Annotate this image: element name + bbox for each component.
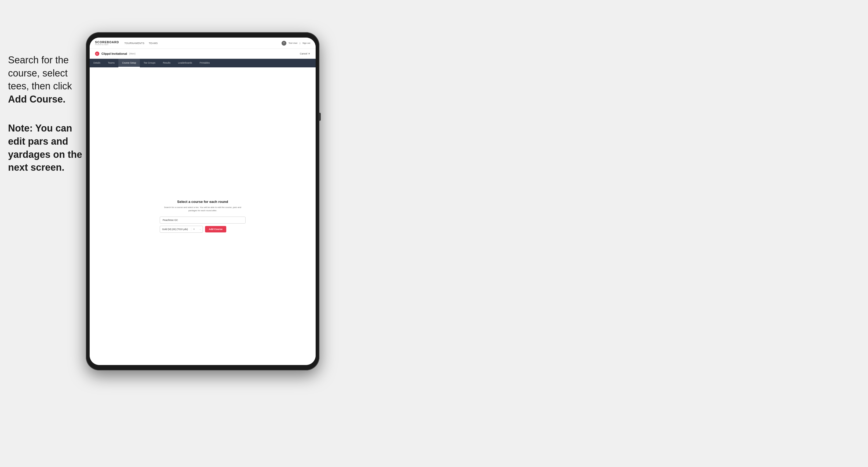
tee-select-row: Gold (M) (M) (7010 yds) ✕ ⌄ Add Course [160,226,246,233]
card-title: Select a course for each round [160,200,246,204]
top-nav: SCOREBOARD Powered by clippd TOURNAMENTS… [90,38,316,49]
tablet-outer: SCOREBOARD Powered by clippd TOURNAMENTS… [86,32,319,370]
instruction-note: Note: You can edit pars and yardages on … [8,123,82,173]
tournament-gender: (Men) [129,52,135,55]
tournament-title-area: C Clippd Invitational (Men) [95,52,135,56]
top-nav-left: SCOREBOARD Powered by clippd TOURNAMENTS… [95,41,158,45]
cancel-label: Cancel [300,52,307,55]
tee-controls: Gold (M) (M) (7010 yds) ✕ ⌄ [160,226,203,233]
tournament-header: C Clippd Invitational (Men) Cancel ✕ [90,49,316,59]
main-content: Select a course for each round Search fo… [90,67,316,365]
instruction-text-line1: Search for the course, select tees, then… [8,55,72,92]
tab-tee-groups[interactable]: Tee Groups [140,59,159,67]
tee-value-display: Gold (M) (M) (7010 yds) [160,226,190,232]
tee-clear-button[interactable]: ✕ [191,228,197,230]
instruction-panel: Search for the course, select tees, then… [8,54,86,174]
tablet-side-button [318,113,321,121]
tab-course-setup[interactable]: Course Setup [118,59,140,67]
user-avatar: T [282,41,286,45]
nav-links: TOURNAMENTS TEAMS [124,42,158,44]
add-course-button[interactable]: Add Course [205,226,226,232]
nav-link-tournaments[interactable]: TOURNAMENTS [124,42,145,44]
tablet-screen: SCOREBOARD Powered by clippd TOURNAMENTS… [90,38,316,365]
tab-bar: Details Teams Course Setup Tee Groups Re… [90,59,316,67]
sign-out-link[interactable]: Sign out [303,42,310,44]
tournament-name: Clippd Invitational [101,52,127,55]
top-nav-right: T Test User | Sign out [282,41,310,45]
course-setup-card: Select a course for each round Search fo… [160,200,246,233]
nav-separator: | [300,42,300,44]
user-label: Test User [288,42,298,44]
tablet-device: SCOREBOARD Powered by clippd TOURNAMENTS… [86,32,319,370]
instruction-bold: Add Course. [8,94,65,105]
tab-results[interactable]: Results [159,59,174,67]
tee-chevron-icon[interactable]: ⌄ [198,228,203,230]
cancel-icon: ✕ [308,52,310,55]
logo-scoreboard: SCOREBOARD [95,41,119,44]
cancel-button[interactable]: Cancel ✕ [300,52,310,55]
nav-link-teams[interactable]: TEAMS [149,42,158,44]
tab-leaderboards[interactable]: Leaderboards [174,59,196,67]
tab-teams[interactable]: Teams [104,59,118,67]
tab-details[interactable]: Details [90,59,104,67]
logo-powered: Powered by clippd [95,44,119,45]
course-search-input[interactable] [160,217,246,224]
tournament-icon: C [95,52,99,56]
logo-area: SCOREBOARD Powered by clippd [95,41,119,45]
card-description: Search for a course and select a tee. Yo… [160,206,246,212]
tab-printables[interactable]: Printables [196,59,214,67]
